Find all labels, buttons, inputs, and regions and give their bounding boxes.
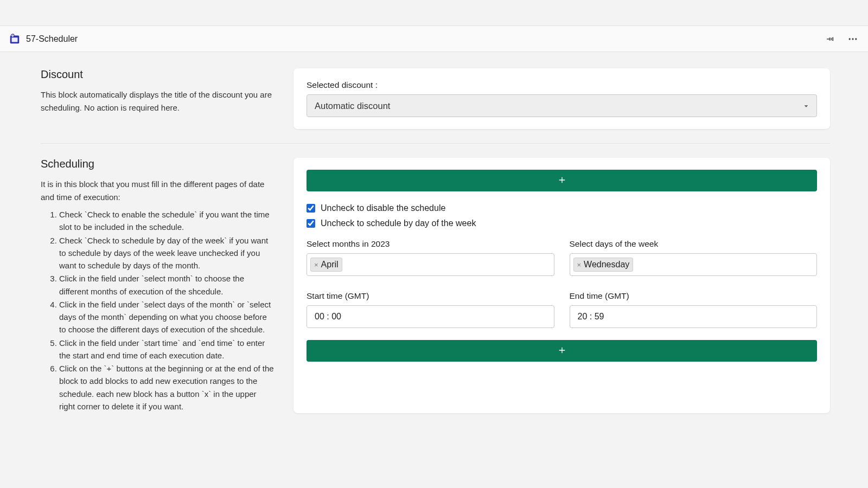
months-label: Select months in 2023 [307, 239, 554, 249]
day-tag-label: Wednesday [584, 260, 629, 269]
app-icon [9, 33, 21, 45]
remove-tag-icon[interactable]: × [313, 261, 320, 269]
discount-heading: Discount [41, 68, 274, 81]
discount-card: Selected discount : Automatic discount [293, 68, 830, 129]
enable-schedule-checkbox[interactable] [307, 204, 315, 213]
top-spacer [0, 0, 868, 26]
end-time-value: 20 : 59 [578, 312, 604, 322]
day-tag: × Wednesday [573, 258, 634, 272]
discount-section: Discount This block automatically displa… [41, 68, 830, 144]
plus-icon [558, 345, 566, 357]
scheduling-card: Uncheck to disable the schedule Uncheck … [293, 158, 830, 413]
dayweek-schedule-label: Uncheck to schedule by day of the week [321, 219, 476, 228]
selected-discount-label: Selected discount : [307, 80, 817, 90]
remove-tag-icon[interactable]: × [576, 261, 583, 269]
month-tag-label: April [321, 260, 339, 269]
end-time-input[interactable]: 20 : 59 [570, 305, 818, 328]
dayweek-schedule-row: Uncheck to schedule by day of the week [307, 219, 817, 228]
discount-desc: This block automatically displays the ti… [41, 88, 274, 114]
list-item: Click on the `+` buttons at the beginnin… [59, 362, 274, 413]
svg-point-5 [855, 38, 857, 40]
add-range-top-button[interactable] [307, 170, 817, 191]
more-icon[interactable] [846, 33, 859, 46]
chevron-down-icon [803, 101, 809, 111]
svg-rect-1 [12, 37, 18, 42]
start-time-input[interactable]: 00 : 00 [307, 305, 554, 328]
svg-point-4 [852, 38, 853, 40]
days-label: Select days of the week [570, 239, 818, 249]
months-input[interactable]: × April [307, 253, 554, 276]
list-item: Check `Check to enable the schedule` if … [59, 208, 274, 234]
enable-schedule-label: Uncheck to disable the schedule [321, 203, 445, 213]
list-item: Click in the field under `start time` an… [59, 337, 274, 362]
selected-discount-select[interactable]: Automatic discount [307, 94, 817, 117]
page-header: 57-Scheduler [0, 26, 868, 52]
page-title: 57-Scheduler [26, 34, 78, 44]
enable-schedule-row: Uncheck to disable the schedule [307, 203, 817, 213]
start-time-label: Start time (GMT) [307, 291, 554, 301]
scheduling-heading: Scheduling [41, 158, 274, 170]
scheduling-section: Scheduling It is in this block that you … [41, 158, 830, 427]
scheduling-intro: It is in this block that you must fill i… [41, 178, 274, 204]
start-time-value: 00 : 00 [315, 312, 341, 322]
end-time-label: End time (GMT) [570, 291, 818, 301]
selected-discount-value: Automatic discount [315, 101, 390, 111]
svg-point-3 [849, 38, 851, 40]
scheduling-steps: Check `Check to enable the schedule` if … [41, 208, 274, 413]
add-range-bottom-button[interactable] [307, 340, 817, 362]
list-item: Click in the field under `select month` … [59, 272, 274, 298]
list-item: Click in the field under `select days of… [59, 298, 274, 336]
list-item: Check `Check to schedule by day of the w… [59, 234, 274, 272]
pin-icon[interactable] [824, 33, 837, 46]
dayweek-schedule-checkbox[interactable] [307, 219, 315, 228]
days-input[interactable]: × Wednesday [570, 253, 818, 276]
month-tag: × April [310, 258, 342, 272]
plus-icon [558, 175, 566, 187]
